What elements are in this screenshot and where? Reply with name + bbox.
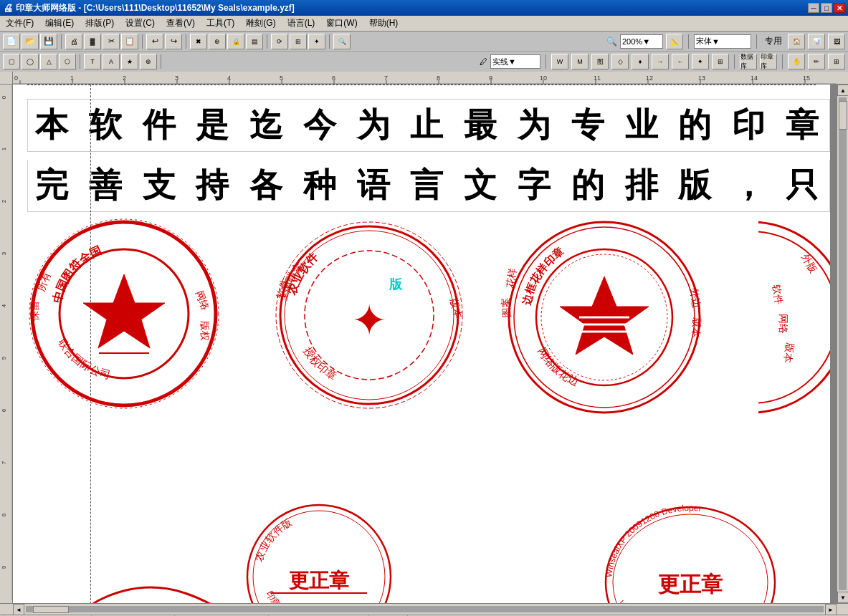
tb-b3[interactable]: 📋 bbox=[121, 34, 138, 49]
svg-text:版权: 版权 bbox=[199, 321, 210, 341]
seal-fan: 排 版 系 统 软 件 版 bbox=[13, 572, 264, 603]
tb2-arr-l[interactable]: ← bbox=[672, 54, 689, 69]
menubar: 文件(F)编辑(E)排版(P)设置(C)查看(V)工具(T)雕刻(G)语言(L)… bbox=[0, 16, 848, 32]
svg-text:15: 15 bbox=[803, 74, 810, 82]
tb2-b8[interactable]: ⊕ bbox=[140, 54, 157, 69]
hscrollbar[interactable]: ◄ ► bbox=[0, 603, 848, 615]
menu-item-settings[interactable]: 设置(C) bbox=[120, 16, 161, 31]
menu-item-edit[interactable]: 编辑(E) bbox=[39, 16, 80, 31]
scroll-down-button[interactable]: ▼ bbox=[837, 592, 848, 603]
svg-text:图案: 图案 bbox=[500, 297, 513, 318]
canvas-page[interactable]: 本 软 件 是 迄 今 为 止 最 为 专 业 的 印 章 设 计 与 制 作 … bbox=[13, 85, 830, 603]
tb-b4[interactable]: ✖ bbox=[190, 34, 207, 49]
tb2-lib[interactable]: 数据库 bbox=[740, 54, 757, 69]
tb-b9[interactable]: ⊞ bbox=[290, 34, 307, 49]
tb2-w[interactable]: W bbox=[551, 54, 568, 69]
tb2-cart[interactable]: 印章库 bbox=[760, 54, 777, 69]
menu-item-help[interactable]: 帮助(H) bbox=[363, 16, 404, 31]
seal1: 中国图符全国 网络 版权 所有 保留 联合国际公司 bbox=[24, 213, 224, 414]
tb2-diamond-fill[interactable]: ♦ bbox=[632, 54, 649, 69]
scroll-up-button[interactable]: ▲ bbox=[837, 85, 848, 96]
tb2-grid[interactable]: ⊞ bbox=[712, 54, 729, 69]
tb2-b5[interactable]: T bbox=[84, 54, 101, 69]
menu-item-file[interactable]: 文件(F) bbox=[0, 16, 39, 31]
line-type-value: 实线 bbox=[492, 57, 508, 67]
menu-item-view[interactable]: 查看(V) bbox=[161, 16, 201, 31]
tb-open-button[interactable]: 📂 bbox=[22, 34, 39, 49]
svg-text:14: 14 bbox=[751, 74, 758, 82]
menu-item-tools[interactable]: 工具(T) bbox=[201, 16, 240, 31]
zoom-combo[interactable]: 200% ▼ bbox=[620, 34, 663, 49]
seal-bottom-mid: 排 版 系 统 软 件 展 bbox=[335, 586, 579, 603]
toolbar1: 📄 📂 💾 🖨 ▓ ✂ 📋 ↩ ↪ ✖ ⊕ 🔒 ▤ ⟳ ⊞ ✦ 🔍 🔍 200%… bbox=[0, 32, 848, 52]
tb-b8[interactable]: ⟳ bbox=[271, 34, 288, 49]
tb-b5[interactable]: ⊕ bbox=[209, 34, 226, 49]
line-dropdown-icon: ▼ bbox=[508, 57, 516, 66]
svg-text:花样: 花样 bbox=[505, 267, 519, 289]
titlebar-controls: ─ □ ✕ bbox=[808, 3, 845, 13]
tb2-more[interactable]: ⊞ bbox=[828, 54, 845, 69]
tb-b1[interactable]: ▓ bbox=[84, 34, 101, 49]
tb2-b4[interactable]: ⬡ bbox=[59, 54, 76, 69]
minimize-button[interactable]: ─ bbox=[808, 3, 819, 13]
tb2-diamond[interactable]: ◇ bbox=[611, 54, 629, 69]
tb-new-button[interactable]: 📄 bbox=[3, 34, 20, 49]
titlebar-title: 印章大师网络版 - [C:\Users\111\Desktop\11652\My… bbox=[16, 2, 295, 14]
svg-marker-72 bbox=[560, 276, 649, 355]
tb-b7[interactable]: ▤ bbox=[246, 34, 263, 49]
tb-print-button[interactable]: 🖨 bbox=[65, 34, 82, 49]
tb2-arr-r[interactable]: → bbox=[652, 54, 669, 69]
vscrollbar[interactable]: ▲ ▼ bbox=[837, 85, 848, 603]
scroll-left-button[interactable]: ◄ bbox=[13, 604, 24, 615]
zoom-dropdown-icon: ▼ bbox=[642, 37, 650, 46]
svg-text:网络: 网络 bbox=[194, 289, 211, 312]
svg-text:网络: 网络 bbox=[778, 314, 789, 334]
maximize-button[interactable]: □ bbox=[821, 3, 832, 13]
svg-text:9: 9 bbox=[1, 565, 7, 569]
tb-save-button[interactable]: 💾 bbox=[40, 34, 57, 49]
seal3: 边框花样印章 外边 版本 花样 图案 网络版花边 bbox=[500, 213, 708, 421]
line-type-combo[interactable]: 实线 ▼ bbox=[490, 54, 540, 69]
tb2-star[interactable]: ✦ bbox=[692, 54, 709, 69]
ruler-left: 0 1 2 3 4 5 6 7 8 9 bbox=[0, 85, 13, 603]
menu-item-layout[interactable]: 排版(P) bbox=[80, 16, 120, 31]
menu-item-language[interactable]: 语言(L) bbox=[282, 16, 321, 31]
tb2-b2[interactable]: ◯ bbox=[22, 54, 39, 69]
tb2-b7[interactable]: ★ bbox=[121, 54, 138, 69]
close-button[interactable]: ✕ bbox=[834, 3, 845, 13]
tb-b10[interactable]: ✦ bbox=[308, 34, 325, 49]
tb-undo-button[interactable]: ↩ bbox=[146, 34, 163, 49]
svg-text:6: 6 bbox=[1, 408, 7, 412]
tb-redo-button[interactable]: ↪ bbox=[165, 34, 182, 49]
tb2-img[interactable]: 图 bbox=[591, 54, 609, 69]
tb2-hand[interactable]: ✋ bbox=[788, 54, 805, 69]
tb-b6[interactable]: 🔒 bbox=[227, 34, 244, 49]
font-combo[interactable]: 宋体 ▼ bbox=[694, 34, 751, 49]
tb-special1[interactable]: 🏠 bbox=[788, 34, 805, 49]
scroll-thumb-h[interactable] bbox=[33, 606, 69, 613]
menu-item-engrave[interactable]: 雕刻(G) bbox=[240, 16, 281, 31]
tb2-m[interactable]: M bbox=[571, 54, 589, 69]
tb2-pen[interactable]: ✏ bbox=[808, 54, 825, 69]
tb2-b6[interactable]: A bbox=[103, 54, 120, 69]
svg-text:3: 3 bbox=[1, 251, 7, 255]
tb-special2[interactable]: 📊 bbox=[808, 34, 825, 49]
scroll-thumb-v[interactable] bbox=[839, 101, 847, 130]
tb-zoom-btn[interactable]: 📐 bbox=[666, 34, 683, 49]
font-dropdown-icon: ▼ bbox=[712, 37, 720, 46]
tb-b2[interactable]: ✂ bbox=[103, 34, 120, 49]
scroll-right-button[interactable]: ► bbox=[825, 604, 837, 615]
svg-text:4: 4 bbox=[1, 304, 7, 307]
tb2-b1[interactable]: ▢ bbox=[3, 54, 20, 69]
tb2-b3[interactable]: △ bbox=[40, 54, 57, 69]
toolbar2-right: 🖊 实线 ▼ W M 图 ◇ ♦ → ← ✦ ⊞ 数据库 印章库 ✋ ✏ ⊞ bbox=[480, 54, 845, 69]
toolbar1-right: 🔍 200% ▼ 📐 宋体 ▼ 专用 🏠 📊 🖼 bbox=[606, 34, 845, 49]
ruler-top-svg: 0 1 2 3 4 5 6 7 8 9 10 bbox=[13, 72, 837, 85]
tb-special3[interactable]: 🖼 bbox=[828, 34, 845, 49]
toolbar2: ▢ ◯ △ ⬡ T A ★ ⊕ 🖊 实线 ▼ W M 图 ◇ ♦ → ← ✦ ⊞… bbox=[0, 52, 848, 72]
svg-text:11: 11 bbox=[594, 74, 601, 82]
tb-b11[interactable]: 🔍 bbox=[333, 34, 351, 49]
svg-rect-0 bbox=[13, 72, 837, 85]
zoom-icon: 🔍 bbox=[606, 37, 617, 47]
menu-item-window[interactable]: 窗口(W) bbox=[320, 16, 363, 31]
